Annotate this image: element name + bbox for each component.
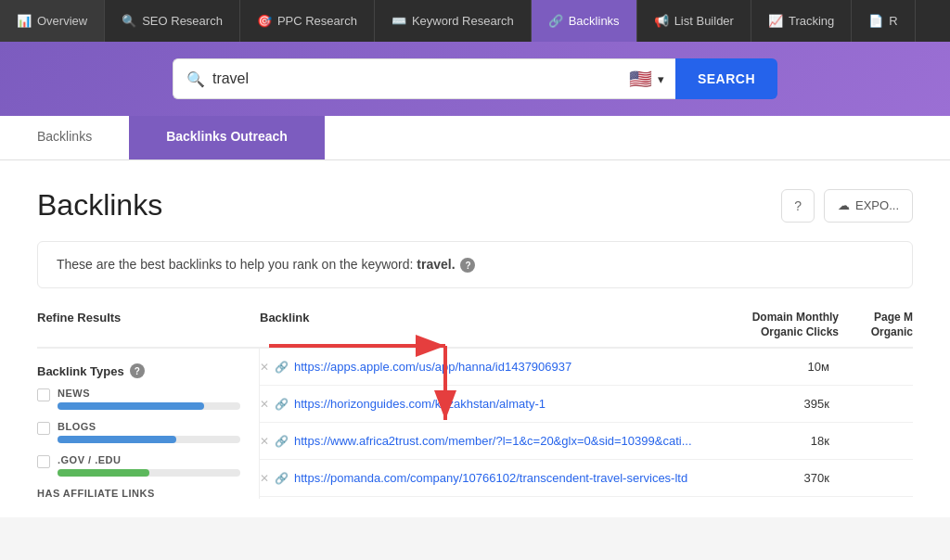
blogs-content: BLOGS <box>58 421 240 443</box>
domain-clicks-3: 18к <box>718 434 839 448</box>
list-builder-icon: 📢 <box>654 14 669 28</box>
ext-link-icon-1: 🔗 <box>275 361 289 374</box>
remove-icon-3[interactable]: ✕ <box>260 435 269 448</box>
keyword-icon: ⌨️ <box>392 14 406 28</box>
domain-clicks-1: 10м <box>718 360 839 374</box>
nav-tracking[interactable]: 📈 Tracking <box>751 0 852 42</box>
backlink-types-label: Backlink Types ? <box>37 363 240 378</box>
ppc-icon: 🎯 <box>257 14 272 28</box>
info-box: These are the best backlinks to help you… <box>37 241 913 288</box>
nav-overview[interactable]: 📊 Overview <box>0 0 105 42</box>
export-button[interactable]: ☁ EXPO... <box>824 189 913 223</box>
blogs-bar-fill <box>58 436 176 443</box>
col-header-backlink: Backlink <box>260 311 718 339</box>
gov-edu-content: .GOV / .EDU <box>58 454 240 477</box>
nav-keyword-research[interactable]: ⌨️ Keyword Research <box>375 0 532 42</box>
ext-link-icon-4: 🔗 <box>275 472 289 485</box>
blogs-bar-track <box>58 436 240 443</box>
blogs-label: BLOGS <box>58 421 240 432</box>
remove-icon-1[interactable]: ✕ <box>260 361 269 374</box>
backlink-url-1[interactable]: https://apps.apple.com/us/app/hanna/id14… <box>294 360 718 374</box>
news-bar-fill <box>58 402 204 410</box>
toolbar-right: ? ☁ EXPO... <box>781 189 913 223</box>
top-navigation: 📊 Overview 🔍 SEO Research 🎯 PPC Research… <box>0 0 950 42</box>
checkbox-blogs: BLOGS <box>37 421 240 443</box>
news-checkbox[interactable] <box>37 388 50 401</box>
table-row: ✕ 🔗 https://horizonguides.com/kazakhstan… <box>260 386 913 423</box>
search-button[interactable]: SEARCH <box>675 58 777 99</box>
info-keyword: travel. <box>417 257 455 272</box>
table-row: ✕ 🔗 https://apps.apple.com/us/app/hanna/… <box>260 349 913 386</box>
seo-icon: 🔍 <box>122 14 136 28</box>
help-button[interactable]: ? <box>781 189 815 223</box>
gov-edu-checkbox[interactable] <box>37 455 50 468</box>
nav-reports[interactable]: 📄 R <box>852 0 915 42</box>
flag-icon: 🇺🇸 <box>629 68 652 90</box>
checkbox-gov-edu: .GOV / .EDU <box>37 454 240 477</box>
col-header-domain: Domain MonthlyOrganic Clicks <box>718 311 839 339</box>
search-area: 🔍 🇺🇸 ▾ SEARCH <box>0 42 950 116</box>
ext-link-icon-3: 🔗 <box>275 435 289 448</box>
has-affiliate-label: HAS AFFILIATE LINKS <box>37 488 240 499</box>
tabs-row: Backlinks Backlinks Outreach <box>0 116 950 160</box>
table-header: Refine Results Backlink Domain MonthlyOr… <box>37 311 913 349</box>
table-row: ✕ 🔗 https://pomanda.com/company/10766102… <box>260 460 913 497</box>
country-selector[interactable]: 🇺🇸 ▾ <box>618 58 675 99</box>
info-text: These are the best backlinks to help you… <box>57 257 413 272</box>
remove-icon-4[interactable]: ✕ <box>260 472 269 485</box>
reports-icon: 📄 <box>868 14 883 28</box>
main-content: Backlinks ? ☁ EXPO... These are the best… <box>0 160 950 517</box>
checkbox-news: NEWS <box>37 388 240 410</box>
search-input[interactable] <box>212 70 605 87</box>
backlink-url-4[interactable]: https://pomanda.com/company/10766102/tra… <box>294 471 718 485</box>
col-header-refine: Refine Results <box>37 311 260 339</box>
backlink-url-2[interactable]: https://horizonguides.com/kazakhstan/alm… <box>294 397 718 411</box>
col-header-page: Page MOrganic <box>839 311 913 339</box>
remove-icon-2[interactable]: ✕ <box>260 398 269 411</box>
backlink-url-3[interactable]: https://www.africa2trust.com/member/?l=1… <box>294 434 718 448</box>
nav-list-builder[interactable]: 📢 List Builder <box>637 0 751 42</box>
search-icon: 🔍 <box>186 70 205 88</box>
news-content: NEWS <box>58 388 240 410</box>
refine-panel: Backlink Types ? NEWS BLOGS <box>37 349 260 499</box>
chevron-down-icon: ▾ <box>658 72 664 86</box>
news-label: NEWS <box>58 388 240 399</box>
gov-edu-label: .GOV / .EDU <box>58 454 240 465</box>
search-box-container: 🔍 <box>173 58 618 99</box>
data-area: Backlink Types ? NEWS BLOGS <box>37 349 913 499</box>
backlinks-list: ✕ 🔗 https://apps.apple.com/us/app/hanna/… <box>260 349 913 499</box>
domain-clicks-2: 395к <box>718 397 839 411</box>
tracking-icon: 📈 <box>768 14 783 28</box>
gov-edu-bar-track <box>58 469 240 477</box>
backlink-types-help[interactable]: ? <box>130 363 145 378</box>
domain-clicks-4: 370к <box>718 471 839 485</box>
nav-backlinks[interactable]: 🔗 Backlinks <box>532 0 637 42</box>
page-title-row: Backlinks ? ☁ EXPO... <box>37 188 913 223</box>
backlinks-icon: 🔗 <box>548 14 563 28</box>
ext-link-icon-2: 🔗 <box>275 398 289 411</box>
tab-backlinks-outreach[interactable]: Backlinks Outreach <box>129 116 325 159</box>
blogs-checkbox[interactable] <box>37 422 50 435</box>
nav-seo-research[interactable]: 🔍 SEO Research <box>105 0 240 42</box>
info-help-icon[interactable]: ? <box>460 258 475 273</box>
cloud-icon: ☁ <box>838 198 850 212</box>
gov-edu-bar-fill <box>58 469 149 477</box>
news-bar-track <box>58 402 240 410</box>
overview-icon: 📊 <box>17 14 32 28</box>
tab-backlinks[interactable]: Backlinks <box>0 116 129 159</box>
page-title: Backlinks <box>37 188 162 223</box>
table-row: ✕ 🔗 https://www.africa2trust.com/member/… <box>260 423 913 460</box>
nav-ppc-research[interactable]: 🎯 PPC Research <box>240 0 375 42</box>
